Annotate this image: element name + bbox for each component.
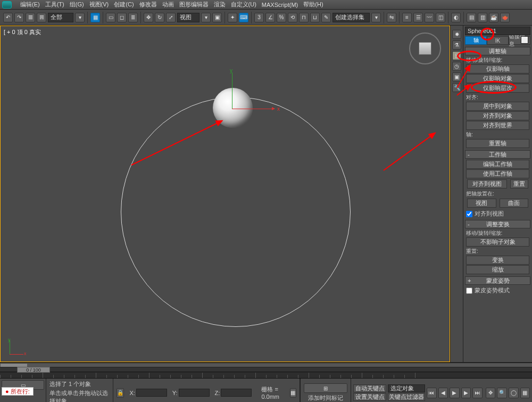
menu-create[interactable]: 创建(C) (114, 1, 134, 9)
motion-panel-icon[interactable]: ◷ (452, 62, 461, 71)
object-name-field[interactable]: Sphere001 (465, 27, 530, 35)
schematic-view-icon[interactable]: ◫ (436, 13, 445, 22)
keyboard-shortcut-icon[interactable]: ⌨ (239, 13, 248, 22)
dropdown-arrow-icon[interactable]: ▾ (371, 13, 381, 22)
isolate-icon[interactable]: ▦ (290, 388, 296, 398)
goto-start-icon[interactable]: ⏮ (427, 388, 437, 398)
angle-snap-icon[interactable]: ∠ (265, 13, 275, 22)
y-field[interactable] (179, 389, 210, 397)
next-frame-icon[interactable]: ▶ (461, 388, 471, 398)
select-object-icon[interactable]: ▦ (90, 13, 100, 22)
place-surface-button[interactable]: 曲面 (500, 199, 529, 208)
key-target-dropdown[interactable]: 选定对象 (388, 384, 425, 392)
dropdown-arrow-icon[interactable]: ▾ (201, 13, 211, 22)
menu-modifiers[interactable]: 修改器 (139, 1, 157, 9)
lock-selection-icon[interactable]: 🔒 (117, 388, 124, 398)
gizmo-y-axis[interactable] (232, 72, 232, 109)
app-logo[interactable] (2, 1, 12, 9)
zoom-icon[interactable]: 🔍 (497, 388, 507, 398)
maxscript-prompt[interactable]: ● 所在行: (2, 387, 34, 396)
time-slider[interactable]: 0 / 100 (0, 367, 532, 372)
snap-toggle-icon[interactable]: ⊔ (310, 13, 320, 22)
circle-shape[interactable] (121, 97, 351, 327)
viewport-h-scrollbar[interactable] (0, 363, 532, 367)
spinner-snap-icon[interactable]: ⟲ (288, 13, 297, 22)
viewport-top[interactable]: [ + 0 顶 0 真实 x y xy (0, 26, 450, 362)
edit-named-sel-icon[interactable]: ✎ (321, 13, 331, 22)
rollout-working-pivot[interactable]: 工作轴 (465, 150, 530, 159)
center-to-object-button[interactable]: 居中到对象 (466, 102, 529, 111)
render-icon[interactable]: ☕ (489, 13, 498, 22)
align-icon[interactable]: ≡ (402, 13, 412, 22)
edit-working-pivot-button[interactable]: 编辑工作轴 (466, 160, 529, 169)
move-icon[interactable]: ✥ (144, 13, 153, 22)
render-frame-icon[interactable]: ▥ (478, 13, 487, 22)
reset-transform-button[interactable]: 变换 (466, 256, 529, 265)
menu-grapheditors[interactable]: 图形编辑器 (179, 1, 209, 9)
menu-tools[interactable]: 工具(T) (45, 1, 64, 9)
x-field[interactable] (136, 389, 167, 397)
reset-scale-button[interactable]: 缩放 (466, 265, 529, 274)
snap-3-icon[interactable]: 3 (254, 13, 264, 22)
display-panel-icon[interactable]: ▣ (452, 72, 461, 81)
time-tags-icon[interactable]: ⊞ (304, 383, 347, 393)
object-color-swatch[interactable] (521, 36, 528, 44)
select-by-name-icon[interactable]: ≣ (128, 13, 138, 22)
select-rect-icon[interactable]: ◻ (117, 13, 127, 22)
place-view-button[interactable]: 视图 (467, 199, 496, 208)
affect-pivot-only-button[interactable]: 仅影响轴 (466, 64, 529, 73)
selection-set-dropdown[interactable]: 全部 (48, 13, 73, 22)
scale-icon[interactable]: ⤢ (166, 13, 176, 22)
viewcube[interactable] (409, 32, 441, 64)
align-to-view-button[interactable]: 对齐到视图 (467, 179, 507, 188)
reset-pivot-button[interactable]: 重置轴 (466, 139, 529, 148)
goto-end-icon[interactable]: ⏭ (472, 388, 483, 398)
z-field[interactable] (221, 389, 252, 397)
link-icon[interactable]: 𝌆 (26, 13, 35, 22)
dropdown-arrow-icon[interactable]: ▾ (75, 13, 85, 22)
menu-animation[interactable]: 动画 (162, 1, 174, 9)
skin-pose-mode-checkbox[interactable]: 蒙皮姿势模式 (466, 286, 529, 294)
undo-icon[interactable]: ↶ (3, 13, 13, 22)
modify-panel-icon[interactable]: ⚗ (452, 40, 461, 50)
menu-customize[interactable]: 自定义(U) (231, 1, 256, 9)
teapot-icon[interactable]: 🫖 (500, 13, 510, 22)
play-icon[interactable]: ▶ (450, 388, 460, 398)
layers-icon[interactable]: ☰ (413, 13, 423, 22)
max-toggle-icon[interactable]: ▦ (520, 388, 530, 398)
select-manipulate-icon[interactable]: ✦ (228, 13, 237, 22)
menu-rendering[interactable]: 渲染 (214, 1, 226, 9)
named-selset-dropdown[interactable]: 创建选择集 (332, 13, 370, 22)
use-working-pivot-button[interactable]: 使用工作轴 (466, 169, 529, 178)
ref-coord-dropdown[interactable]: 视图 (177, 13, 200, 22)
rollout-skin-pose[interactable]: 蒙皮姿势 (465, 276, 530, 285)
time-slider-thumb[interactable]: 0 / 100 (17, 367, 50, 373)
pan-view-icon[interactable]: ✥ (486, 388, 496, 398)
align-to-object-button[interactable]: 对齐到对象 (466, 111, 529, 120)
render-setup-icon[interactable]: ▤ (467, 13, 476, 22)
key-filters-button[interactable]: 关键点过滤器 (388, 393, 425, 401)
main-menubar[interactable]: 编辑(E) 工具(T) 组(G) 视图(V) 创建(C) 修改器 动画 图形编辑… (0, 0, 532, 10)
align-to-view-checkbox[interactable]: 对齐到视图 (466, 210, 529, 218)
snap-u-icon[interactable]: ⊓ (299, 13, 309, 22)
gizmo-x-axis[interactable] (232, 109, 275, 109)
percent-snap-icon[interactable]: % (277, 13, 286, 22)
menu-edit[interactable]: 编辑(E) (20, 1, 40, 9)
pivot-center-icon[interactable]: ▣ (212, 13, 222, 22)
dont-affect-children-button[interactable]: 不影响子对象 (466, 237, 529, 247)
menu-group[interactable]: 组(G) (70, 1, 84, 9)
rollout-adjust-transform[interactable]: 调整变换 (465, 220, 530, 228)
select-icon[interactable]: ▭ (106, 13, 115, 22)
reset-button[interactable]: 重置 (510, 179, 528, 188)
unlink-icon[interactable]: 𝌇 (37, 13, 46, 22)
menu-views[interactable]: 视图(V) (89, 1, 109, 9)
timeline-ruler[interactable] (0, 372, 532, 379)
set-key-button[interactable]: 设置关键点 (353, 393, 386, 401)
align-to-world-button[interactable]: 对齐到世界 (466, 121, 529, 130)
orbit-icon[interactable]: ◯ (509, 388, 519, 398)
menu-maxscript[interactable]: MAXScript(M) (262, 2, 298, 8)
auto-key-button[interactable]: 自动关键点 (353, 384, 386, 392)
material-editor-icon[interactable]: ◐ (451, 13, 461, 22)
add-time-tag-label[interactable]: 添加时间标记 (304, 394, 347, 402)
rotate-icon[interactable]: ↻ (155, 13, 164, 22)
